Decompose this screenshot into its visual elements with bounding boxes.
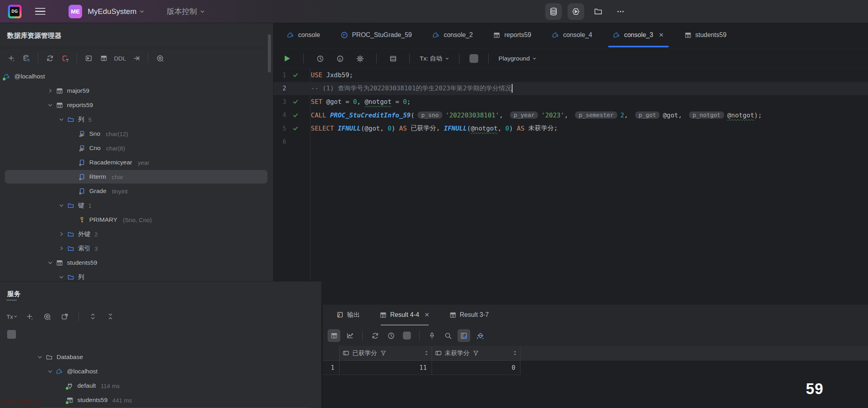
tree-row-database[interactable]: Database [0, 350, 321, 364]
editor-tab-bar: consolePPROC_StuGrade_59console_2reports… [273, 23, 868, 49]
query-history-button[interactable] [385, 329, 397, 342]
tree-row-grade[interactable]: Gradetinyint [0, 184, 273, 198]
tree-row-[interactable]: 列 [0, 270, 273, 281]
chevron-right-icon[interactable] [56, 231, 67, 237]
chevron-down-icon[interactable] [45, 102, 56, 108]
code-line-6[interactable]: 6 [273, 135, 868, 149]
tab-console_2[interactable]: console_2 [422, 23, 483, 47]
filter-button[interactable] [458, 329, 470, 342]
data-source-properties-button[interactable] [20, 52, 33, 64]
chevron-down-icon[interactable] [45, 369, 56, 374]
scrollbar-thumb[interactable] [268, 34, 271, 72]
chevron-down-icon[interactable] [56, 117, 67, 122]
vcs-menu[interactable]: 版本控制 [167, 6, 197, 17]
tree-row-cno[interactable]: Cnochar(8) [0, 141, 273, 155]
tab-reports59[interactable]: reports59 [483, 23, 542, 47]
inline-results-button[interactable] [387, 52, 399, 65]
tree-row-students59[interactable]: students59 [0, 256, 273, 270]
project-avatar[interactable]: ME [69, 5, 82, 18]
tree-row-[interactable]: 键1 [0, 198, 273, 213]
main-menu-icon[interactable] [35, 8, 45, 15]
pin-tab-button[interactable] [426, 329, 438, 342]
tab-students59[interactable]: students59 [674, 23, 737, 47]
tree-row-sno[interactable]: Snochar(12) [0, 127, 273, 141]
reload-button[interactable] [369, 329, 381, 342]
check-icon [293, 72, 298, 78]
open-in-new-button[interactable] [58, 310, 71, 323]
column-header-1[interactable]: 已获学分 [340, 346, 432, 361]
project-name[interactable]: MyEduSystem [88, 7, 136, 16]
code-line-2[interactable]: 2-- (1) 查询学号为202203038101的学生2023年第2学期的学分… [273, 82, 868, 96]
app-logo-datagrip[interactable]: DG [8, 5, 22, 18]
tree-row-[interactable]: 索引3 [0, 241, 273, 256]
tree-row-racademicyear[interactable]: Racademicyearyear [0, 155, 273, 170]
tree-row-[interactable]: 列5 [0, 112, 273, 127]
more-actions-button[interactable] [612, 3, 629, 20]
code-editor[interactable]: 1USE Jxdb59;2-- (1) 查询学号为202203038101的学生… [273, 68, 868, 148]
color-settings-button[interactable] [473, 329, 486, 342]
chevron-down-icon[interactable] [34, 354, 45, 360]
chevron-down-icon[interactable] [56, 203, 67, 208]
ddl-button[interactable]: DDL [112, 55, 128, 62]
database-tool-button[interactable] [545, 3, 562, 20]
jump-to-console-button[interactable] [82, 52, 95, 64]
tree-label: students59 [67, 259, 97, 266]
grid-data-row[interactable]: 1110 [323, 361, 868, 375]
profile-button[interactable]: p [334, 52, 346, 65]
close-icon[interactable]: ✕ [424, 311, 430, 318]
collapse-all-button[interactable] [104, 310, 117, 323]
tree-row-major59[interactable]: major59 [0, 84, 273, 98]
find-button[interactable] [442, 329, 454, 342]
refresh-button[interactable] [43, 52, 56, 64]
tree-row-primary[interactable]: PRIMARY(Sno, Cno) [0, 213, 273, 227]
sort-control[interactable] [513, 350, 517, 356]
tab-console[interactable]: console [277, 23, 330, 47]
grid-view-button[interactable] [328, 329, 340, 342]
project-folder-button[interactable] [590, 3, 607, 20]
tree-row-localhost[interactable]: @localhost [0, 364, 321, 379]
tab-result_3_7[interactable]: Result 3-7 [445, 305, 494, 325]
tree-row-rterm[interactable]: Rtermchar [0, 170, 273, 184]
tab-result_4_4[interactable]: Result 4-4✕ [375, 305, 434, 325]
tree-row-students59[interactable]: students59441 ms [0, 393, 321, 407]
chart-view-button[interactable] [344, 329, 356, 342]
tab-label: console_3 [624, 31, 653, 39]
sort-control[interactable] [424, 350, 428, 356]
view-options-button[interactable] [153, 52, 166, 64]
tx-mode-selector[interactable]: Tx: 自动 [420, 55, 449, 63]
tree-row-reports59[interactable]: reports59 [0, 98, 273, 112]
chevron-right-icon[interactable] [45, 88, 56, 94]
chevron-right-icon[interactable] [56, 246, 67, 251]
code-line-5[interactable]: 5SELECT IFNULL(@got, 0) AS 已获学分, IFNULL(… [273, 122, 868, 135]
navigate-button[interactable] [130, 52, 143, 64]
open-table-button[interactable] [97, 52, 110, 64]
view-options-button[interactable] [41, 310, 53, 323]
chevron-down-icon[interactable] [56, 274, 67, 280]
data-cell[interactable]: 11 [340, 361, 432, 375]
tab-console_4[interactable]: console_4 [542, 23, 603, 47]
playground-selector[interactable]: Playground [499, 55, 536, 62]
tab-proc_stugrade_59[interactable]: PPROC_StuGrade_59 [330, 23, 422, 47]
code-line-1[interactable]: 1USE Jxdb59; [273, 68, 868, 82]
data-cell[interactable]: 0 [432, 361, 520, 375]
code-line-4[interactable]: 4CALL PROC_StuCreditInfo_59(p_sno'202203… [273, 109, 868, 122]
tab-console_3[interactable]: console_3✕ [603, 23, 674, 47]
tab-__[interactable]: 输出 [332, 305, 365, 325]
add-service-button[interactable] [23, 310, 36, 323]
tx-mode-button[interactable]: Tx [6, 310, 18, 323]
tree-row-localhost[interactable]: @localhost [0, 69, 273, 84]
code-line-3[interactable]: 3SET @got = 0, @notgot = 0; [273, 95, 868, 109]
tree-row-default[interactable]: default114 ms [0, 379, 321, 393]
tree-row-[interactable]: 外键2 [0, 227, 273, 241]
settings-button[interactable] [353, 52, 366, 65]
add-data-source-button[interactable] [5, 52, 18, 64]
run-button[interactable] [281, 52, 293, 65]
expand-all-button[interactable] [86, 310, 99, 323]
close-icon[interactable]: ✕ [659, 31, 664, 39]
history-button[interactable] [314, 52, 326, 65]
run-configurations-button[interactable] [568, 3, 584, 20]
chevron-down-icon[interactable] [45, 260, 56, 265]
disconnect-button[interactable] [59, 52, 71, 64]
column-header-2[interactable]: 未获学分 [432, 346, 520, 361]
collapse-all-icon [107, 313, 114, 320]
